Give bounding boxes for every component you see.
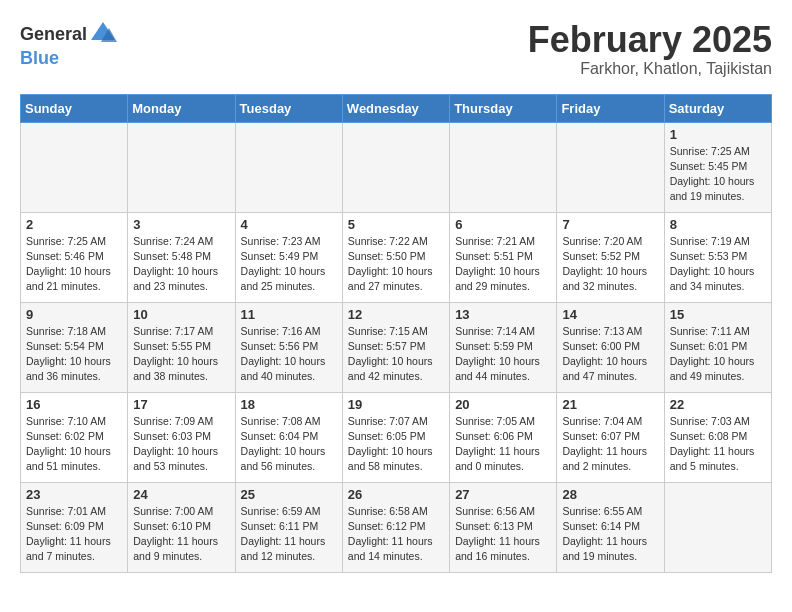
header-day: Thursday bbox=[450, 94, 557, 122]
day-info: Sunrise: 6:58 AM Sunset: 6:12 PM Dayligh… bbox=[348, 504, 444, 565]
day-info: Sunrise: 7:21 AM Sunset: 5:51 PM Dayligh… bbox=[455, 234, 551, 295]
calendar-week-row: 1Sunrise: 7:25 AM Sunset: 5:45 PM Daylig… bbox=[21, 122, 772, 212]
calendar-cell: 6Sunrise: 7:21 AM Sunset: 5:51 PM Daylig… bbox=[450, 212, 557, 302]
day-info: Sunrise: 7:25 AM Sunset: 5:46 PM Dayligh… bbox=[26, 234, 122, 295]
calendar-cell: 16Sunrise: 7:10 AM Sunset: 6:02 PM Dayli… bbox=[21, 392, 128, 482]
day-info: Sunrise: 7:00 AM Sunset: 6:10 PM Dayligh… bbox=[133, 504, 229, 565]
calendar-week-row: 2Sunrise: 7:25 AM Sunset: 5:46 PM Daylig… bbox=[21, 212, 772, 302]
day-number: 23 bbox=[26, 487, 122, 502]
calendar-cell: 27Sunrise: 6:56 AM Sunset: 6:13 PM Dayli… bbox=[450, 482, 557, 572]
calendar-cell bbox=[128, 122, 235, 212]
header-day: Sunday bbox=[21, 94, 128, 122]
day-number: 7 bbox=[562, 217, 658, 232]
calendar-cell: 12Sunrise: 7:15 AM Sunset: 5:57 PM Dayli… bbox=[342, 302, 449, 392]
calendar-header-row: SundayMondayTuesdayWednesdayThursdayFrid… bbox=[21, 94, 772, 122]
day-number: 27 bbox=[455, 487, 551, 502]
day-number: 25 bbox=[241, 487, 337, 502]
calendar-cell: 13Sunrise: 7:14 AM Sunset: 5:59 PM Dayli… bbox=[450, 302, 557, 392]
calendar-cell: 23Sunrise: 7:01 AM Sunset: 6:09 PM Dayli… bbox=[21, 482, 128, 572]
day-info: Sunrise: 7:16 AM Sunset: 5:56 PM Dayligh… bbox=[241, 324, 337, 385]
day-info: Sunrise: 6:56 AM Sunset: 6:13 PM Dayligh… bbox=[455, 504, 551, 565]
day-number: 2 bbox=[26, 217, 122, 232]
calendar-cell bbox=[557, 122, 664, 212]
calendar-cell: 7Sunrise: 7:20 AM Sunset: 5:52 PM Daylig… bbox=[557, 212, 664, 302]
logo-general-text: General bbox=[20, 24, 87, 45]
day-info: Sunrise: 6:59 AM Sunset: 6:11 PM Dayligh… bbox=[241, 504, 337, 565]
calendar-cell bbox=[235, 122, 342, 212]
day-info: Sunrise: 7:19 AM Sunset: 5:53 PM Dayligh… bbox=[670, 234, 766, 295]
day-number: 1 bbox=[670, 127, 766, 142]
day-number: 16 bbox=[26, 397, 122, 412]
day-info: Sunrise: 7:14 AM Sunset: 5:59 PM Dayligh… bbox=[455, 324, 551, 385]
logo-icon bbox=[89, 20, 117, 48]
day-info: Sunrise: 7:09 AM Sunset: 6:03 PM Dayligh… bbox=[133, 414, 229, 475]
calendar-week-row: 23Sunrise: 7:01 AM Sunset: 6:09 PM Dayli… bbox=[21, 482, 772, 572]
calendar-cell bbox=[664, 482, 771, 572]
day-number: 22 bbox=[670, 397, 766, 412]
calendar-title: February 2025 bbox=[528, 20, 772, 60]
day-number: 6 bbox=[455, 217, 551, 232]
calendar-cell: 14Sunrise: 7:13 AM Sunset: 6:00 PM Dayli… bbox=[557, 302, 664, 392]
calendar-cell bbox=[342, 122, 449, 212]
day-number: 15 bbox=[670, 307, 766, 322]
calendar-cell: 24Sunrise: 7:00 AM Sunset: 6:10 PM Dayli… bbox=[128, 482, 235, 572]
day-info: Sunrise: 7:22 AM Sunset: 5:50 PM Dayligh… bbox=[348, 234, 444, 295]
calendar-cell: 22Sunrise: 7:03 AM Sunset: 6:08 PM Dayli… bbox=[664, 392, 771, 482]
header-day: Wednesday bbox=[342, 94, 449, 122]
calendar-cell: 20Sunrise: 7:05 AM Sunset: 6:06 PM Dayli… bbox=[450, 392, 557, 482]
day-number: 21 bbox=[562, 397, 658, 412]
day-number: 18 bbox=[241, 397, 337, 412]
logo-blue-text: Blue bbox=[20, 48, 59, 68]
header-day: Friday bbox=[557, 94, 664, 122]
day-number: 28 bbox=[562, 487, 658, 502]
header-day: Saturday bbox=[664, 94, 771, 122]
calendar-cell: 1Sunrise: 7:25 AM Sunset: 5:45 PM Daylig… bbox=[664, 122, 771, 212]
day-number: 26 bbox=[348, 487, 444, 502]
day-info: Sunrise: 7:05 AM Sunset: 6:06 PM Dayligh… bbox=[455, 414, 551, 475]
calendar-cell bbox=[21, 122, 128, 212]
day-info: Sunrise: 7:10 AM Sunset: 6:02 PM Dayligh… bbox=[26, 414, 122, 475]
header: General Blue February 2025 Farkhor, Khat… bbox=[20, 20, 772, 78]
day-number: 5 bbox=[348, 217, 444, 232]
day-info: Sunrise: 7:04 AM Sunset: 6:07 PM Dayligh… bbox=[562, 414, 658, 475]
day-info: Sunrise: 7:01 AM Sunset: 6:09 PM Dayligh… bbox=[26, 504, 122, 565]
logo: General Blue bbox=[20, 20, 117, 69]
day-info: Sunrise: 7:18 AM Sunset: 5:54 PM Dayligh… bbox=[26, 324, 122, 385]
day-info: Sunrise: 7:08 AM Sunset: 6:04 PM Dayligh… bbox=[241, 414, 337, 475]
day-number: 4 bbox=[241, 217, 337, 232]
calendar-cell: 21Sunrise: 7:04 AM Sunset: 6:07 PM Dayli… bbox=[557, 392, 664, 482]
calendar-cell: 15Sunrise: 7:11 AM Sunset: 6:01 PM Dayli… bbox=[664, 302, 771, 392]
header-day: Monday bbox=[128, 94, 235, 122]
calendar-cell: 10Sunrise: 7:17 AM Sunset: 5:55 PM Dayli… bbox=[128, 302, 235, 392]
day-info: Sunrise: 7:15 AM Sunset: 5:57 PM Dayligh… bbox=[348, 324, 444, 385]
calendar-cell: 5Sunrise: 7:22 AM Sunset: 5:50 PM Daylig… bbox=[342, 212, 449, 302]
calendar-cell: 17Sunrise: 7:09 AM Sunset: 6:03 PM Dayli… bbox=[128, 392, 235, 482]
day-number: 24 bbox=[133, 487, 229, 502]
day-number: 13 bbox=[455, 307, 551, 322]
calendar-week-row: 16Sunrise: 7:10 AM Sunset: 6:02 PM Dayli… bbox=[21, 392, 772, 482]
day-number: 17 bbox=[133, 397, 229, 412]
day-number: 3 bbox=[133, 217, 229, 232]
title-area: February 2025 Farkhor, Khatlon, Tajikist… bbox=[528, 20, 772, 78]
calendar-cell: 19Sunrise: 7:07 AM Sunset: 6:05 PM Dayli… bbox=[342, 392, 449, 482]
day-info: Sunrise: 7:25 AM Sunset: 5:45 PM Dayligh… bbox=[670, 144, 766, 205]
calendar-cell: 2Sunrise: 7:25 AM Sunset: 5:46 PM Daylig… bbox=[21, 212, 128, 302]
day-info: Sunrise: 7:07 AM Sunset: 6:05 PM Dayligh… bbox=[348, 414, 444, 475]
calendar-cell: 4Sunrise: 7:23 AM Sunset: 5:49 PM Daylig… bbox=[235, 212, 342, 302]
day-number: 20 bbox=[455, 397, 551, 412]
calendar-table: SundayMondayTuesdayWednesdayThursdayFrid… bbox=[20, 94, 772, 573]
day-info: Sunrise: 7:24 AM Sunset: 5:48 PM Dayligh… bbox=[133, 234, 229, 295]
day-number: 8 bbox=[670, 217, 766, 232]
day-info: Sunrise: 7:23 AM Sunset: 5:49 PM Dayligh… bbox=[241, 234, 337, 295]
calendar-week-row: 9Sunrise: 7:18 AM Sunset: 5:54 PM Daylig… bbox=[21, 302, 772, 392]
calendar-cell: 26Sunrise: 6:58 AM Sunset: 6:12 PM Dayli… bbox=[342, 482, 449, 572]
day-info: Sunrise: 6:55 AM Sunset: 6:14 PM Dayligh… bbox=[562, 504, 658, 565]
day-number: 11 bbox=[241, 307, 337, 322]
calendar-cell bbox=[450, 122, 557, 212]
calendar-cell: 28Sunrise: 6:55 AM Sunset: 6:14 PM Dayli… bbox=[557, 482, 664, 572]
calendar-cell: 8Sunrise: 7:19 AM Sunset: 5:53 PM Daylig… bbox=[664, 212, 771, 302]
day-number: 10 bbox=[133, 307, 229, 322]
calendar-cell: 18Sunrise: 7:08 AM Sunset: 6:04 PM Dayli… bbox=[235, 392, 342, 482]
day-info: Sunrise: 7:13 AM Sunset: 6:00 PM Dayligh… bbox=[562, 324, 658, 385]
calendar-cell: 3Sunrise: 7:24 AM Sunset: 5:48 PM Daylig… bbox=[128, 212, 235, 302]
